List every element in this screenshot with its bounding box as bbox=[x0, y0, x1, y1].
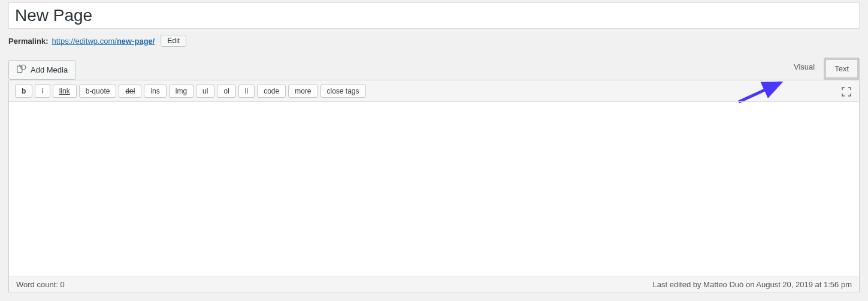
qt-italic-button[interactable]: i bbox=[35, 84, 50, 98]
permalink-slug: new-page/ bbox=[117, 37, 155, 46]
qt-more-button[interactable]: more bbox=[288, 85, 317, 98]
add-media-label: Add Media bbox=[31, 65, 68, 74]
media-icon bbox=[16, 64, 27, 76]
last-edited: Last edited by Matteo Duò on August 20, … bbox=[653, 280, 852, 289]
qt-code-button[interactable]: code bbox=[257, 85, 286, 98]
editor-tabs: Visual Text bbox=[785, 58, 860, 80]
qt-ins-button[interactable]: ins bbox=[144, 85, 166, 98]
editor-container: b i link b-quote del ins img ul ol li co… bbox=[8, 80, 860, 293]
qt-img-button[interactable]: img bbox=[169, 85, 193, 98]
qt-bquote-button[interactable]: b-quote bbox=[79, 85, 117, 98]
qt-bold-button[interactable]: b bbox=[15, 85, 32, 98]
word-count-value: 0 bbox=[60, 280, 64, 289]
page-title-input[interactable] bbox=[8, 2, 860, 29]
permalink-label: Permalink: bbox=[8, 37, 48, 46]
quicktags-toolbar: b i link b-quote del ins img ul ol li co… bbox=[9, 80, 859, 102]
tab-text[interactable]: Text bbox=[824, 58, 860, 80]
add-media-button[interactable]: Add Media bbox=[8, 60, 75, 80]
word-count-label: Word count: bbox=[16, 280, 60, 289]
tab-visual[interactable]: Visual bbox=[785, 58, 824, 80]
qt-ol-button[interactable]: ol bbox=[217, 85, 235, 98]
svg-point-1 bbox=[21, 65, 26, 70]
status-bar: Word count: 0 Last edited by Matteo Duò … bbox=[9, 276, 859, 293]
permalink-row: Permalink: https://editwp.com/new-page/ … bbox=[8, 35, 860, 47]
permalink-base: https://editwp.com/ bbox=[52, 37, 116, 46]
qt-close-tags-button[interactable]: close tags bbox=[320, 85, 366, 98]
qt-li-button[interactable]: li bbox=[238, 85, 255, 98]
qt-ul-button[interactable]: ul bbox=[196, 85, 214, 98]
fullscreen-icon[interactable] bbox=[840, 85, 853, 98]
content-textarea[interactable] bbox=[9, 102, 859, 276]
qt-link-button[interactable]: link bbox=[53, 85, 77, 98]
qt-del-button[interactable]: del bbox=[119, 85, 141, 98]
permalink-link[interactable]: https://editwp.com/new-page/ bbox=[52, 37, 155, 46]
edit-permalink-button[interactable]: Edit bbox=[161, 35, 186, 47]
word-count: Word count: 0 bbox=[16, 280, 65, 289]
